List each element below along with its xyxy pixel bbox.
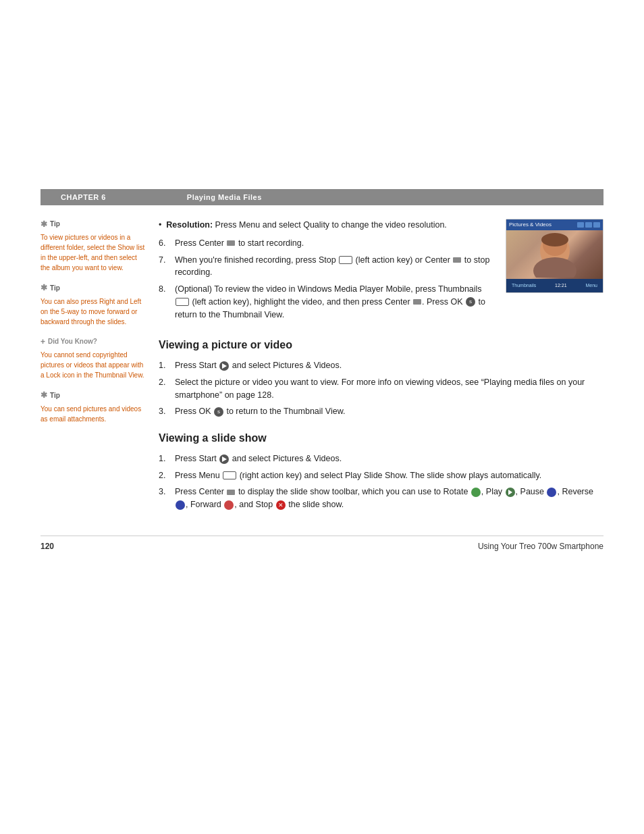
phone-menu-label: Menu — [585, 282, 597, 290]
s1-num-3: 3. — [159, 405, 169, 418]
ok-icon: s — [466, 297, 475, 307]
top-space — [0, 0, 644, 189]
play-icon — [506, 488, 515, 497]
s1-item-2: 2. Select the picture or video you want … — [159, 376, 603, 402]
phone-icon-3 — [593, 222, 600, 228]
stop-icon — [339, 256, 352, 264]
s2-step2-text: Press Menu (right action key) and select… — [175, 469, 541, 482]
phone-time: 12:21 — [555, 282, 567, 290]
section1-heading: Viewing a picture or video — [159, 337, 603, 354]
phone-icon-1 — [577, 222, 584, 228]
did-you-know-block: + Did You Know? You cannot send copyrigh… — [41, 336, 145, 380]
plus-icon: + — [41, 336, 45, 348]
phone-top-icons — [577, 222, 600, 228]
s2-num-1: 1. — [159, 452, 169, 465]
list-item-7: 7. When you're finished recording, press… — [159, 254, 492, 280]
chapter-label: CHAPTER 6 — [61, 193, 106, 201]
tip3-header: ✱ Tip — [41, 390, 145, 401]
footer-title: Using Your Treo 700w Smartphone — [478, 542, 603, 551]
reverse-icon — [176, 500, 185, 510]
resolution-text: Press Menu and select Quality to change … — [215, 220, 447, 230]
tip1-text: To view pictures or videos in a differen… — [41, 232, 145, 273]
phone-top-bar: Pictures & Videos — [506, 219, 603, 230]
numbered-list-top: 6. Press Center to start recording. 7. W… — [159, 237, 492, 321]
s1-step1-text: Press Start and select Pictures & Videos… — [175, 359, 342, 372]
menu-icon-s2 — [223, 471, 236, 479]
center-icon-7 — [453, 257, 461, 263]
s2-item-2: 2. Press Menu (right action key) and sel… — [159, 469, 603, 482]
resolution-label: Resolution: — [166, 220, 213, 230]
stop-red-icon — [276, 500, 286, 510]
tip1-header: ✱ Tip — [41, 219, 145, 230]
tip2-text: You can also press Right and Left on the… — [41, 296, 145, 327]
section1-list: 1. Press Start and select Pictures & Vid… — [159, 359, 603, 418]
thumbnails-icon — [176, 298, 189, 306]
section2-heading: Viewing a slide show — [159, 430, 603, 447]
portrait-svg — [521, 232, 589, 278]
list-item-6: 6. Press Center to start recording. — [159, 237, 492, 250]
step6-text: Press Center to start recording. — [175, 237, 304, 250]
s2-num-3: 3. — [159, 486, 169, 511]
did-you-know-header: + Did You Know? — [41, 336, 145, 348]
step7-text: When you're finished recording, press St… — [175, 254, 492, 280]
s1-num-2: 2. — [159, 376, 169, 402]
tip2-label: Tip — [50, 284, 60, 294]
phone-thumbnails-label: Thumbnails — [512, 282, 536, 290]
tip3-star-icon: ✱ — [41, 390, 47, 401]
center-icon-s2 — [227, 490, 235, 495]
forward-icon — [224, 500, 234, 510]
bottom-space — [0, 551, 644, 834]
pause-icon — [547, 488, 556, 497]
tip2-header: ✱ Tip — [41, 282, 145, 294]
tip3-text: You can send pictures and videos as emai… — [41, 404, 145, 424]
s1-step3-text: Press OK s to return to the Thumbnail Vi… — [175, 405, 345, 418]
start-icon-2 — [219, 454, 229, 464]
phone-image-area — [506, 230, 603, 279]
tip1-star-icon: ✱ — [41, 219, 47, 230]
s2-item-3: 3. Press Center to display the slide sho… — [159, 486, 603, 511]
phone-icon-2 — [585, 222, 592, 228]
center-icon — [227, 240, 235, 246]
num-6: 6. — [159, 237, 169, 250]
svg-point-2 — [541, 233, 568, 246]
tip1-label: Tip — [50, 219, 60, 230]
bullet-text-area: • Resolution: Press Menu and select Qual… — [159, 219, 492, 325]
ok-icon-s1: s — [214, 407, 223, 417]
tip-block-3: ✱ Tip You can send pictures and videos a… — [41, 390, 145, 423]
s1-item-1: 1. Press Start and select Pictures & Vid… — [159, 359, 603, 372]
chapter-title: Playing Media Files — [187, 193, 262, 201]
list-item-8: 8. (Optional) To review the video in Win… — [159, 283, 492, 321]
footer: 120 Using Your Treo 700w Smartphone — [41, 536, 603, 551]
main-content: ✱ Tip To view pictures or videos in a di… — [41, 219, 603, 515]
chapter-bar: CHAPTER 6 Playing Media Files — [41, 189, 603, 205]
tip-block-1: ✱ Tip To view pictures or videos in a di… — [41, 219, 145, 273]
s1-num-1: 1. — [159, 359, 169, 372]
svg-point-3 — [533, 257, 576, 278]
did-you-know-label: Did You Know? — [48, 337, 97, 347]
tip-block-2: ✱ Tip You can also press Right and Left … — [41, 282, 145, 326]
did-you-know-text: You cannot send copyrighted pictures or … — [41, 350, 145, 380]
bullet-dot: • — [159, 220, 161, 230]
center-icon-8 — [413, 299, 421, 305]
num-8: 8. — [159, 283, 169, 321]
content-area: • Resolution: Press Menu and select Qual… — [159, 219, 603, 515]
phone-bottom-bar: Thumbnails 12:21 Menu — [506, 279, 603, 292]
s2-num-2: 2. — [159, 469, 169, 482]
phone-bottom-actions: Thumbnails 12:21 Menu — [510, 282, 599, 290]
s1-step2-text: Select the picture or video you want to … — [175, 376, 603, 402]
bullet-resolution: • Resolution: Press Menu and select Qual… — [159, 219, 492, 232]
s2-item-1: 1. Press Start and select Pictures & Vid… — [159, 452, 603, 465]
bullet-section: • Resolution: Press Menu and select Qual… — [159, 219, 603, 325]
page-wrapper: CHAPTER 6 Playing Media Files ✱ Tip To v… — [0, 0, 644, 834]
num-7: 7. — [159, 254, 169, 280]
tip3-label: Tip — [50, 391, 60, 401]
phone-title: Pictures & Videos — [509, 221, 576, 229]
tip2-star-icon: ✱ — [41, 282, 47, 294]
s2-step1-text: Press Start and select Pictures & Videos… — [175, 452, 342, 465]
start-icon-1 — [219, 361, 229, 371]
rotate-icon — [471, 488, 481, 497]
s2-step3-text: Press Center to display the slide show t… — [175, 486, 603, 511]
step8-text: (Optional) To review the video in Window… — [175, 283, 492, 321]
sidebar: ✱ Tip To view pictures or videos in a di… — [41, 219, 145, 515]
section2-list: 1. Press Start and select Pictures & Vid… — [159, 452, 603, 511]
